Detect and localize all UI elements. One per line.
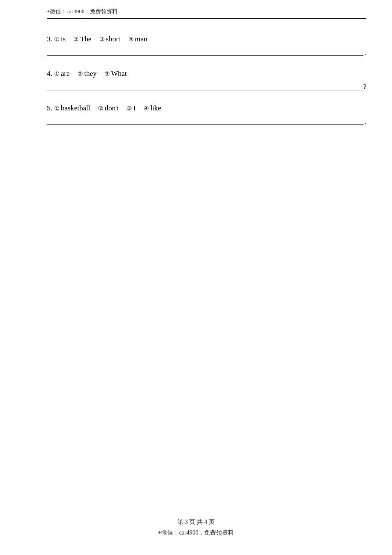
word-item-3-2: ② The	[73, 33, 91, 46]
word-num-4-3: ③	[104, 69, 110, 79]
word-text-5-1: basketball	[61, 102, 90, 115]
word-num-5-3: ③	[127, 104, 132, 114]
word-text-5-2: don't	[105, 102, 119, 115]
question-number-5: 5.	[47, 102, 52, 115]
question-block-3: 3. ① is ② The ③ short ④ man .	[47, 26, 366, 60]
answer-suffix-5: .	[365, 118, 366, 125]
word-text-3-4: man	[135, 33, 147, 46]
word-item-5-1: ① basketball	[54, 102, 90, 115]
word-item-5-2: ② don't	[98, 102, 119, 115]
top-divider	[47, 18, 366, 19]
word-num-3-4: ④	[128, 35, 134, 45]
answer-line-3	[47, 48, 363, 56]
word-text-3-3: short	[106, 33, 121, 46]
word-item-4-1: ① are	[54, 68, 70, 80]
word-text-4-2: they	[84, 68, 97, 80]
word-text-5-4: like	[150, 102, 161, 115]
word-num-3-1: ①	[54, 35, 60, 45]
question-block-4: 4. ① are ② they ③ What ?	[47, 60, 366, 95]
word-item-5-4: ④ like	[144, 102, 161, 115]
footer-page-info: 第 3 页 共 4 页	[0, 517, 392, 527]
footer: 第 3 页 共 4 页 +微信：car4900，免费领资料	[0, 517, 392, 538]
footer-watermark: +微信：car4900，免费领资料	[0, 527, 392, 538]
word-num-4-2: ②	[78, 69, 83, 79]
word-text-3-1: is	[61, 33, 66, 46]
word-text-4-3: What	[111, 68, 127, 80]
answer-line-5	[47, 117, 363, 125]
content-area: 3. ① is ② The ③ short ④ man . 4	[47, 26, 366, 129]
word-text-5-3: I	[133, 102, 136, 115]
question-row-4: 4. ① are ② they ③ What	[47, 60, 366, 82]
word-text-4-1: are	[61, 68, 70, 80]
answer-line-4	[47, 83, 362, 90]
word-item-3-4: ④ man	[128, 33, 147, 46]
question-number-3: 3.	[47, 33, 52, 46]
answer-line-row-5: .	[47, 116, 366, 129]
question-row-3: 3. ① is ② The ③ short ④ man	[47, 26, 366, 47]
word-item-3-3: ③ short	[99, 33, 121, 46]
word-num-3-2: ②	[73, 35, 79, 45]
question-block-5: 5. ① basketball ② don't ③ I ④ like .	[47, 95, 366, 129]
word-num-4-1: ①	[54, 69, 60, 79]
word-num-5-4: ④	[144, 104, 149, 114]
question-number-4: 4.	[47, 68, 52, 80]
word-num-5-2: ②	[98, 104, 104, 114]
word-text-3-2: The	[80, 33, 91, 46]
header-watermark: +微信：car4900，免费领资料	[47, 8, 118, 15]
word-num-5-1: ①	[54, 104, 60, 114]
answer-line-row-4: ?	[47, 82, 366, 95]
word-item-4-3: ③ What	[104, 68, 127, 80]
word-item-4-2: ② they	[78, 68, 97, 80]
word-item-5-3: ③ I	[127, 102, 136, 115]
answer-suffix-3: .	[365, 49, 366, 56]
answer-suffix-4: ?	[363, 83, 366, 90]
word-item-3-1: ① is	[54, 33, 66, 46]
question-row-5: 5. ① basketball ② don't ③ I ④ like	[47, 95, 366, 116]
answer-line-row-3: .	[47, 47, 366, 60]
word-num-3-3: ③	[99, 35, 105, 45]
